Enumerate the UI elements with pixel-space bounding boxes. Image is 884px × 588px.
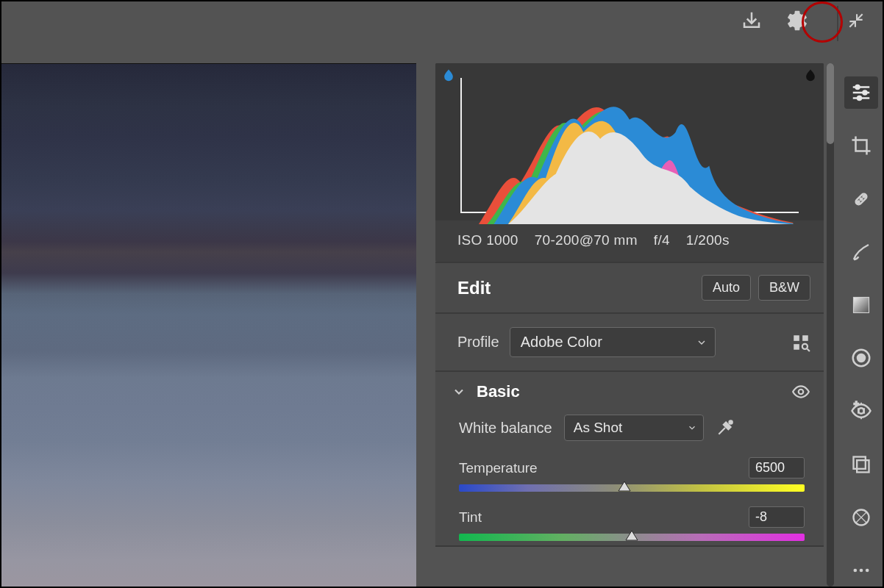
basic-visibility-toggle[interactable] — [791, 382, 810, 401]
svg-rect-2 — [794, 344, 799, 350]
edit-header: Edit Auto B&W — [435, 262, 824, 314]
svg-text:+: + — [854, 400, 859, 408]
edit-tool[interactable] — [844, 76, 878, 109]
profile-dropdown[interactable]: Adobe Color — [510, 327, 716, 357]
presets-icon — [851, 454, 871, 475]
exif-row: ISO 1000 70-200@70 mm f/4 1/200s — [435, 220, 824, 262]
basic-section: Basic White balance As Shot — [435, 372, 824, 547]
topbar — [1, 1, 883, 59]
white-balance-dropper[interactable] — [716, 418, 735, 437]
brush-icon — [850, 241, 872, 263]
auto-button[interactable]: Auto — [702, 275, 751, 301]
chevron-down-icon — [696, 337, 707, 348]
dust-icon — [851, 507, 871, 528]
temperature-value[interactable]: 6500 — [749, 457, 805, 478]
chevron-down-icon — [452, 384, 466, 399]
white-balance-value: As Shot — [574, 420, 623, 435]
histogram-card: ISO 1000 70-200@70 mm f/4 1/200s — [435, 63, 824, 262]
tint-value[interactable]: -8 — [749, 506, 805, 528]
redeye-tool[interactable]: + — [844, 395, 878, 427]
svg-point-11 — [860, 198, 863, 200]
panels: ISO 1000 70-200@70 mm f/4 1/200s Edit Au… — [425, 59, 883, 587]
svg-point-16 — [858, 409, 864, 415]
collapse-icon — [846, 11, 866, 30]
svg-point-5 — [729, 420, 732, 423]
topbar-icons — [737, 6, 871, 35]
basic-header[interactable]: Basic — [452, 382, 810, 401]
svg-rect-1 — [802, 335, 808, 341]
white-balance-row: White balance As Shot — [452, 415, 810, 441]
svg-point-3 — [802, 343, 808, 348]
radial-icon — [850, 347, 872, 369]
presets-tool[interactable] — [844, 448, 878, 480]
eye-icon — [791, 382, 810, 401]
white-balance-dropdown[interactable]: As Shot — [564, 415, 704, 441]
shadow-clipping-toggle[interactable] — [438, 66, 459, 84]
heal-icon — [850, 188, 872, 210]
svg-rect-13 — [854, 297, 869, 312]
exif-aperture: f/4 — [654, 232, 670, 248]
app-inner: ISO 1000 70-200@70 mm f/4 1/200s Edit Au… — [1, 1, 883, 587]
profile-row: Profile Adobe Color — [435, 314, 824, 372]
app-frame: ISO 1000 70-200@70 mm f/4 1/200s Edit Au… — [0, 0, 884, 588]
svg-rect-0 — [794, 335, 799, 341]
panel-column: ISO 1000 70-200@70 mm f/4 1/200s Edit Au… — [425, 59, 827, 587]
canvas-area — [1, 59, 425, 587]
svg-point-15 — [858, 354, 865, 362]
brush-tool[interactable] — [844, 236, 878, 268]
profile-value: Adobe Color — [521, 334, 602, 350]
more-icon — [851, 560, 871, 581]
panel-scrollbar[interactable] — [827, 63, 834, 587]
exif-shutter: 1/200s — [686, 232, 730, 248]
svg-point-6 — [856, 85, 860, 89]
export-button[interactable] — [737, 6, 766, 35]
svg-point-4 — [799, 390, 804, 395]
scrollbar-handle[interactable] — [827, 63, 834, 144]
download-icon — [741, 10, 763, 32]
crop-icon — [850, 135, 872, 157]
svg-point-12 — [863, 196, 866, 198]
svg-rect-18 — [854, 456, 866, 468]
redeye-icon: + — [850, 400, 872, 422]
tint-track[interactable] — [459, 534, 805, 541]
histogram-svg — [462, 74, 797, 224]
eyedropper-icon — [716, 418, 735, 437]
highlight-clipping-toggle[interactable] — [800, 66, 821, 84]
toolstrip: + — [835, 59, 883, 587]
tint-slider: Tint -8 — [452, 505, 810, 541]
collapse-button[interactable] — [841, 6, 871, 35]
gradient-tool[interactable] — [844, 289, 878, 321]
radial-tool[interactable] — [844, 342, 878, 374]
more-tool[interactable] — [844, 554, 878, 587]
svg-rect-19 — [857, 460, 869, 472]
edit-sliders-icon — [850, 82, 872, 104]
gradient-icon — [851, 295, 871, 315]
histogram-area[interactable] — [435, 63, 824, 220]
chevron-down-icon — [687, 423, 697, 433]
edit-title: Edit — [457, 278, 491, 298]
main-area: ISO 1000 70-200@70 mm f/4 1/200s Edit Au… — [1, 59, 883, 587]
temperature-track[interactable] — [459, 484, 805, 492]
settings-button[interactable] — [783, 6, 812, 35]
white-balance-label: White balance — [459, 420, 552, 437]
svg-point-7 — [863, 91, 867, 95]
tint-label: Tint — [459, 509, 482, 526]
gear-icon — [785, 9, 809, 32]
exif-lens: 70-200@70 mm — [535, 232, 638, 248]
calibration-tool[interactable] — [844, 501, 878, 534]
profile-label: Profile — [457, 334, 499, 351]
crop-tool[interactable] — [844, 129, 878, 162]
heal-tool[interactable] — [844, 182, 878, 215]
topbar-divider — [837, 6, 838, 41]
tint-thumb[interactable] — [625, 529, 638, 541]
temperature-slider: Temperature 6500 — [452, 456, 810, 492]
profile-browser-button[interactable] — [791, 333, 810, 352]
temperature-thumb[interactable] — [618, 480, 631, 492]
svg-point-22 — [860, 569, 863, 573]
edit-buttons: Auto B&W — [702, 275, 810, 301]
svg-point-23 — [866, 569, 869, 573]
basic-title: Basic — [477, 382, 520, 401]
image-preview[interactable] — [1, 63, 416, 587]
drop-filled-icon — [441, 68, 456, 82]
bw-button[interactable]: B&W — [758, 275, 810, 301]
